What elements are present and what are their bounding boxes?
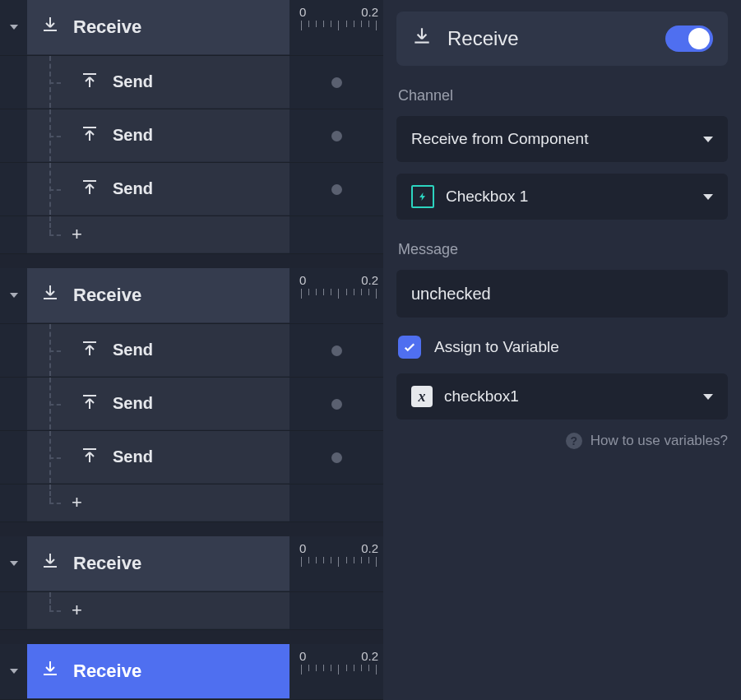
timeline-ruler: 00.2 — [289, 644, 383, 699]
plus-icon: + — [72, 225, 82, 243]
send-icon — [80, 392, 100, 415]
timeline-panel: Receive 00.2 Send Send — [0, 0, 383, 700]
inspector-header: Receive — [396, 12, 728, 66]
timeline-row-receive[interactable]: Receive 00.2 — [0, 536, 383, 592]
keyframe-dot[interactable] — [331, 345, 342, 356]
receive-icon — [40, 551, 60, 576]
plus-icon: + — [72, 494, 82, 512]
row-label: Receive — [73, 661, 141, 682]
keyframe-dot[interactable] — [331, 184, 342, 195]
message-input[interactable]: unchecked — [396, 270, 728, 318]
timeline-group: Receive 00.2 — [0, 644, 383, 700]
timeline-ruler: 00.2 — [289, 536, 383, 591]
timeline-row-send[interactable]: Send — [0, 431, 383, 484]
inspector-panel: Receive Channel Receive from Component C… — [383, 0, 741, 700]
chevron-down-icon — [703, 137, 713, 142]
timeline-row-receive-selected[interactable]: Receive 00.2 — [0, 644, 383, 700]
row-label: Send — [113, 447, 153, 466]
send-icon — [80, 338, 100, 362]
dropdown-value: Receive from Component — [411, 130, 588, 148]
chevron-down-icon — [703, 194, 713, 200]
row-label: Send — [113, 126, 153, 145]
help-link[interactable]: ? How to use variables? — [396, 433, 728, 449]
inspector-title: Receive — [447, 27, 519, 50]
receive-icon — [40, 283, 60, 308]
component-icon — [411, 185, 434, 208]
timeline-ruler: 00.2 — [289, 0, 383, 55]
dropdown-value: Checkbox 1 — [446, 188, 528, 206]
assign-variable-label: Assign to Variable — [434, 338, 559, 356]
enable-toggle[interactable] — [665, 25, 713, 52]
variable-dropdown[interactable]: x checkbox1 — [396, 373, 728, 420]
add-action-row[interactable]: + — [0, 216, 383, 254]
question-icon: ? — [566, 433, 582, 449]
variable-icon: x — [411, 386, 433, 407]
row-label: Send — [113, 179, 153, 198]
send-icon — [80, 70, 100, 94]
message-label: Message — [398, 241, 728, 258]
dropdown-value: checkbox1 — [444, 387, 519, 406]
add-action-row[interactable]: + — [0, 484, 383, 522]
timeline-ruler: 00.2 — [289, 268, 383, 323]
timeline-row-send[interactable]: Send — [0, 378, 383, 431]
row-label: Send — [113, 72, 153, 91]
caret-down-icon — [10, 25, 18, 30]
keyframe-dot[interactable] — [331, 77, 342, 88]
timeline-row-send[interactable]: Send — [0, 109, 383, 163]
timeline-row-receive[interactable]: Receive 00.2 — [0, 0, 383, 56]
channel-target-dropdown[interactable]: Checkbox 1 — [396, 174, 728, 220]
receive-icon — [40, 15, 60, 39]
send-icon — [80, 177, 100, 201]
assign-variable-checkbox[interactable] — [398, 336, 421, 359]
chevron-down-icon — [703, 394, 713, 400]
receive-icon — [411, 25, 433, 52]
timeline-row-send[interactable]: Send — [0, 56, 383, 109]
row-label: Send — [113, 394, 153, 413]
timeline-row-send[interactable]: Send — [0, 324, 383, 378]
keyframe-dot[interactable] — [331, 399, 342, 410]
channel-mode-dropdown[interactable]: Receive from Component — [396, 116, 728, 162]
channel-label: Channel — [398, 87, 728, 104]
timeline-row-send[interactable]: Send — [0, 163, 383, 216]
add-action-row[interactable]: + — [0, 592, 383, 630]
caret-down-icon — [10, 669, 18, 674]
row-label: Receive — [73, 16, 141, 38]
row-label: Receive — [73, 553, 141, 574]
row-label: Send — [113, 341, 153, 359]
send-icon — [80, 445, 100, 469]
help-text: How to use variables? — [590, 433, 728, 449]
row-label: Receive — [73, 285, 141, 306]
keyframe-dot[interactable] — [331, 452, 342, 463]
message-value: unchecked — [411, 285, 491, 304]
send-icon — [80, 123, 100, 147]
keyframe-dot[interactable] — [331, 131, 342, 141]
caret-down-icon — [10, 293, 18, 298]
timeline-group: Receive 00.2 + — [0, 536, 383, 630]
timeline-row-receive[interactable]: Receive 00.2 — [0, 268, 383, 324]
timeline-group: Receive 00.2 Send Send — [0, 0, 383, 254]
caret-down-icon — [10, 561, 18, 566]
timeline-group: Receive 00.2 Send Send — [0, 268, 383, 522]
receive-icon — [40, 659, 60, 684]
plus-icon: + — [72, 601, 82, 619]
